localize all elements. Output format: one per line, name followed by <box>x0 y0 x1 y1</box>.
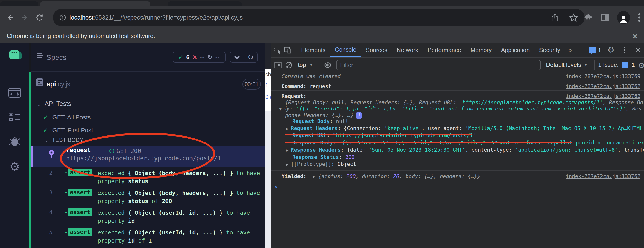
settings-nav-icon[interactable]: ⚙ <box>8 159 22 174</box>
browser-tab[interactable] <box>0 1 38 6</box>
inspect-element-icon[interactable] <box>274 46 282 54</box>
devtools-kebab-icon[interactable] <box>620 46 628 54</box>
cypress-sidebar: ⚙ <box>0 43 29 248</box>
console-settings-icon[interactable]: ⚙ <box>638 61 644 70</box>
expander-open-icon[interactable]: ▼ <box>279 106 282 111</box>
collapse-chevron-icon[interactable] <box>230 52 244 62</box>
assert-message: expected { Object (body, headers, ...) }… <box>98 169 263 185</box>
kebab-menu-icon[interactable] <box>638 13 641 23</box>
log-levels-dropdown[interactable]: Default levels▼ <box>546 58 588 72</box>
line-number: 5 <box>44 229 52 235</box>
expander-closed-icon[interactable]: ▶ <box>312 174 315 179</box>
issues-link[interactable]: 1 Issue: 1 <box>598 58 635 72</box>
aut-text-fragment: 1 <box>265 82 268 88</box>
debug-nav-icon[interactable] <box>8 135 22 149</box>
specs-list-icon[interactable] <box>36 51 45 59</box>
info-icon[interactable]: i <box>356 112 362 119</box>
check-icon: ✓ <box>43 114 48 121</box>
run-stats[interactable]: ✓ 6 ✕ -- ↻ -- <box>173 52 226 63</box>
context-selector[interactable]: top▼ <box>298 58 313 72</box>
tab-security[interactable]: Security <box>534 43 565 57</box>
chevron-down-icon: ⌄ <box>44 137 49 143</box>
expander-closed-icon[interactable]: ▶ <box>286 162 288 167</box>
browser-tab[interactable] <box>168 1 242 6</box>
reporter-controls: ↻ <box>230 52 258 63</box>
spec-file-icon <box>36 78 43 86</box>
tab-application[interactable]: Application <box>496 43 534 57</box>
device-toolbar-icon[interactable] <box>284 46 292 54</box>
url-bar[interactable]: localhost:65321/__/#/specs/runner?file=c… <box>53 9 585 26</box>
spec-file-row[interactable]: api.cy.js 00:01 <box>31 72 265 96</box>
divider <box>295 60 295 70</box>
assert-dash: - <box>64 229 68 235</box>
reload-icon[interactable] <box>35 13 44 23</box>
test-body-section[interactable]: ⌄TEST BODY <box>44 137 84 143</box>
assert-dash: - <box>64 189 68 195</box>
devtools-settings-icon[interactable]: ⚙ <box>607 46 615 54</box>
site-info-icon[interactable] <box>59 14 66 21</box>
share-icon[interactable] <box>551 13 558 22</box>
pending-icon: ↻ <box>207 54 212 61</box>
devtools-close-icon[interactable]: ✕ <box>634 46 642 54</box>
live-expression-eye-icon[interactable] <box>324 61 332 69</box>
request-url-prop: Request URL: "https://jsonplaceholder.ty… <box>292 133 476 138</box>
tab-memory[interactable]: Memory <box>466 43 496 57</box>
tab-elements[interactable]: Elements <box>296 43 330 57</box>
divider <box>320 60 320 70</box>
tab-network[interactable]: Network <box>392 43 423 57</box>
spec-duration-badge: 00:01 <box>242 79 261 90</box>
line-number: 4 <box>44 209 52 216</box>
tab-sources[interactable]: Sources <box>361 43 392 57</box>
dropdown-arrow-icon: ▼ <box>309 63 313 67</box>
console-sidebar-icon[interactable] <box>274 61 282 69</box>
tab-console[interactable]: Console <box>330 43 361 57</box>
console-filter-input[interactable]: Filter <box>336 60 541 70</box>
test-get-all-posts[interactable]: ✓GET: All Posts <box>43 114 91 121</box>
line-number: 3 <box>44 189 52 196</box>
assert-badge: assert <box>68 228 92 236</box>
console-prompt[interactable]: > <box>274 184 278 190</box>
test-get-first-post[interactable]: ✓GET: First Post <box>43 126 93 134</box>
side-panel-icon[interactable] <box>600 13 609 22</box>
command-name: request <box>66 147 91 153</box>
browser-active-tab[interactable] <box>40 1 150 6</box>
divider <box>0 72 29 72</box>
runs-nav-icon[interactable] <box>8 110 22 125</box>
browser-toolbar: localhost:65321/__/#/specs/runner?file=c… <box>0 6 644 29</box>
check-icon: ✓ <box>43 127 48 134</box>
forward-icon[interactable] <box>20 13 30 23</box>
back-icon[interactable] <box>5 13 15 23</box>
expander-closed-icon[interactable]: ▶ <box>286 126 288 131</box>
source-link[interactable]: index-287e72ca.js:133762 <box>566 93 640 99</box>
bookmark-star-icon[interactable] <box>569 13 578 22</box>
request-url: https://jsonplaceholder.typicode.com/pos… <box>66 155 221 162</box>
reporter-header: Specs ✓ 6 ✕ -- ↻ -- ↻ <box>31 43 265 72</box>
rerun-icon[interactable]: ↻ <box>244 52 257 62</box>
source-link[interactable]: index-287e72ca.js:133762 <box>566 173 640 179</box>
dropdown-arrow-icon: ▼ <box>584 63 588 67</box>
aut-text-fragment: chr <box>265 71 271 78</box>
profile-avatar[interactable] <box>617 11 630 24</box>
assert-message: expected { Object (body, headers, ...) }… <box>98 189 263 205</box>
divider <box>594 60 594 70</box>
command-request-row[interactable]: request GET 200 https://jsonplaceholder.… <box>31 146 265 167</box>
extensions-icon[interactable] <box>584 13 593 22</box>
tab-performance[interactable]: Performance <box>423 43 466 57</box>
more-tabs-icon[interactable]: » <box>565 43 575 57</box>
cypress-logo[interactable] <box>8 50 22 61</box>
banner-close-icon[interactable]: ✕ <box>631 32 639 41</box>
request-status-badge: GET 200 <box>109 148 141 154</box>
source-link[interactable]: index-287e72ca.js:133769 <box>566 73 640 79</box>
source-link[interactable]: index-287e72ca.js:133762 <box>566 83 640 89</box>
assert-message: expected { Object (userId, id, ...) } to… <box>98 209 263 225</box>
specs-nav-icon[interactable] <box>8 86 22 100</box>
suite-api-tests[interactable]: ⌄API Tests <box>37 100 71 107</box>
divider <box>271 81 644 81</box>
issues-counter[interactable]: 1 <box>589 47 601 53</box>
clear-console-icon[interactable] <box>285 61 292 69</box>
pin-icon[interactable] <box>48 150 54 158</box>
screenshot-root: localhost:65321/__/#/specs/runner?file=c… <box>0 0 644 248</box>
expander-closed-icon[interactable]: ▶ <box>286 148 288 153</box>
issues-bubble-icon <box>589 47 596 53</box>
browser-tab-strip <box>0 0 644 6</box>
